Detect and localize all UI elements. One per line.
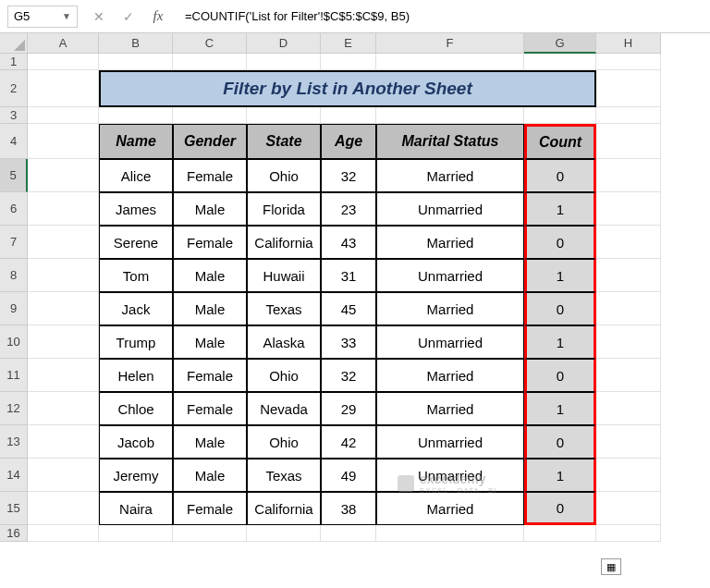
table-cell[interactable]: 38 — [321, 492, 376, 525]
table-cell[interactable]: Female — [173, 359, 247, 392]
empty-cell[interactable] — [321, 525, 376, 542]
table-cell[interactable]: Texas — [247, 292, 321, 325]
chevron-down-icon[interactable]: ▼ — [62, 11, 71, 21]
table-cell[interactable]: 0 — [524, 292, 596, 325]
empty-cell[interactable] — [596, 392, 661, 425]
empty-cell[interactable] — [524, 54, 596, 70]
empty-cell[interactable] — [524, 107, 596, 124]
empty-cell[interactable] — [596, 259, 661, 292]
empty-cell[interactable] — [28, 359, 99, 392]
empty-cell[interactable] — [596, 192, 661, 226]
column-header[interactable]: E — [321, 33, 376, 54]
column-header[interactable]: F — [376, 33, 524, 54]
table-cell[interactable]: Jacob — [99, 425, 173, 459]
column-header[interactable]: A — [28, 33, 99, 54]
empty-cell[interactable] — [28, 292, 99, 325]
table-cell[interactable]: Jeremy — [99, 459, 173, 492]
confirm-icon[interactable]: ✓ — [120, 8, 137, 25]
row-header[interactable]: 8 — [0, 259, 28, 292]
spreadsheet-grid[interactable]: ABCDEFGH12Filter by List in Another Shee… — [0, 33, 710, 542]
table-cell[interactable]: Unmarried — [376, 425, 524, 459]
row-header[interactable]: 11 — [0, 359, 28, 392]
empty-cell[interactable] — [596, 70, 661, 107]
table-cell[interactable]: Male — [173, 292, 247, 325]
row-header[interactable]: 9 — [0, 292, 28, 325]
table-cell[interactable]: Ohio — [247, 425, 321, 459]
select-all-corner[interactable] — [0, 33, 28, 54]
empty-cell[interactable] — [596, 359, 661, 392]
empty-cell[interactable] — [28, 459, 99, 492]
empty-cell[interactable] — [376, 54, 524, 70]
empty-cell[interactable] — [28, 159, 99, 192]
table-cell[interactable]: Male — [173, 425, 247, 459]
table-cell[interactable]: Alice — [99, 159, 173, 192]
table-cell[interactable]: Married — [376, 159, 524, 192]
column-header[interactable]: G — [524, 33, 596, 54]
table-cell[interactable]: Unmarried — [376, 192, 524, 226]
empty-cell[interactable] — [376, 107, 524, 124]
empty-cell[interactable] — [524, 525, 596, 542]
table-cell[interactable]: Unmarried — [376, 259, 524, 292]
empty-cell[interactable] — [173, 525, 247, 542]
table-cell[interactable]: 0 — [524, 359, 596, 392]
empty-cell[interactable] — [28, 226, 99, 259]
table-cell[interactable]: California — [247, 226, 321, 259]
table-cell[interactable]: 29 — [321, 392, 376, 425]
row-header[interactable]: 6 — [0, 192, 28, 226]
empty-cell[interactable] — [376, 525, 524, 542]
table-cell[interactable]: Tom — [99, 259, 173, 292]
empty-cell[interactable] — [99, 525, 173, 542]
table-cell[interactable]: Married — [376, 392, 524, 425]
table-cell[interactable]: Jack — [99, 292, 173, 325]
table-cell[interactable]: Female — [173, 159, 247, 192]
row-header[interactable]: 3 — [0, 107, 28, 124]
table-cell[interactable]: 33 — [321, 325, 376, 359]
row-header[interactable]: 13 — [0, 425, 28, 459]
empty-cell[interactable] — [28, 124, 99, 159]
row-header[interactable]: 1 — [0, 54, 28, 70]
empty-cell[interactable] — [173, 107, 247, 124]
empty-cell[interactable] — [596, 525, 661, 542]
table-cell[interactable]: Huwaii — [247, 259, 321, 292]
empty-cell[interactable] — [596, 107, 661, 124]
table-cell[interactable]: 0 — [524, 425, 596, 459]
empty-cell[interactable] — [596, 54, 661, 70]
empty-cell[interactable] — [247, 54, 321, 70]
empty-cell[interactable] — [596, 492, 661, 525]
table-cell[interactable]: 32 — [321, 159, 376, 192]
table-cell[interactable]: Married — [376, 492, 524, 525]
table-cell[interactable]: 0 — [524, 492, 596, 525]
formula-input[interactable] — [179, 6, 703, 28]
row-header[interactable]: 10 — [0, 325, 28, 359]
table-cell[interactable]: 1 — [524, 192, 596, 226]
table-cell[interactable]: 43 — [321, 226, 376, 259]
table-cell[interactable]: 0 — [524, 159, 596, 192]
table-cell[interactable]: Florida — [247, 192, 321, 226]
empty-cell[interactable] — [28, 425, 99, 459]
empty-cell[interactable] — [596, 425, 661, 459]
row-header[interactable]: 7 — [0, 226, 28, 259]
name-box[interactable]: G5 ▼ — [7, 6, 78, 28]
table-cell[interactable]: Male — [173, 325, 247, 359]
table-cell[interactable]: 45 — [321, 292, 376, 325]
table-cell[interactable]: Ohio — [247, 359, 321, 392]
empty-cell[interactable] — [99, 107, 173, 124]
table-cell[interactable]: Married — [376, 359, 524, 392]
table-cell[interactable]: Texas — [247, 459, 321, 492]
empty-cell[interactable] — [247, 525, 321, 542]
empty-cell[interactable] — [28, 392, 99, 425]
row-header[interactable]: 5 — [0, 159, 28, 192]
table-cell[interactable]: Female — [173, 226, 247, 259]
empty-cell[interactable] — [321, 54, 376, 70]
column-header[interactable]: C — [173, 33, 247, 54]
empty-cell[interactable] — [28, 259, 99, 292]
empty-cell[interactable] — [28, 107, 99, 124]
empty-cell[interactable] — [99, 54, 173, 70]
column-header[interactable]: H — [596, 33, 661, 54]
table-cell[interactable]: 31 — [321, 259, 376, 292]
table-cell[interactable]: Female — [173, 492, 247, 525]
cancel-icon[interactable]: ✕ — [91, 8, 107, 25]
table-cell[interactable]: Male — [173, 259, 247, 292]
table-cell[interactable]: 0 — [524, 226, 596, 259]
row-header[interactable]: 14 — [0, 459, 28, 492]
